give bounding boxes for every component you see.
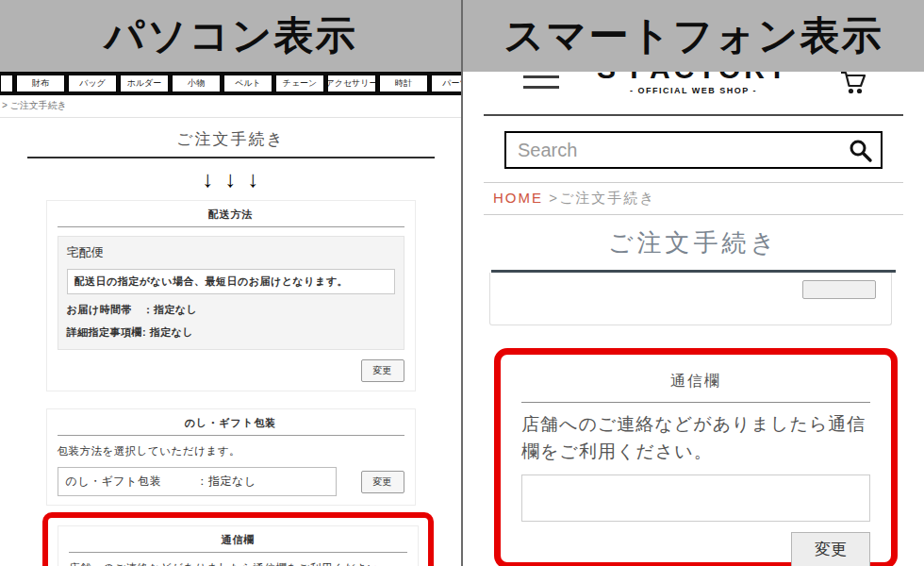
pc-gift-section: のし・ギフト包装 包装方法を選択していただけます。 のし・ギフト包装 ：指定なし…: [46, 408, 416, 506]
shop-logo[interactable]: S'FACTORY - OFFICIAL WEB SHOP -: [548, 72, 839, 95]
cart-icon[interactable]: [839, 70, 867, 100]
pc-delivery-section: 配送方法 宅配便 配送日の指定がない場合、最短日のお届けとなります。 お届け時間…: [46, 200, 416, 391]
nav-tab-belt[interactable]: ベルト: [223, 75, 272, 92]
search-input[interactable]: [504, 131, 883, 169]
pc-page-title: ご注文手続き: [0, 128, 461, 150]
pc-delivery-title: 配送方法: [58, 208, 404, 227]
sp-page-title: ご注文手続き: [463, 226, 924, 259]
pc-gift-change-button[interactable]: 変更: [361, 471, 404, 493]
pc-breadcrumb: > ご注文手続き: [0, 95, 461, 118]
pc-delivery-summary: 宅配便 配送日の指定がない場合、最短日のお届けとなります。 お届け時間帯 ：指定…: [58, 236, 404, 350]
pc-message-description: 店舗へのご連絡などがありましたら通信欄をご利用ください。: [69, 561, 407, 566]
pc-delivery-detail: 詳細指定事項欄: 指定なし: [67, 325, 395, 340]
breadcrumb-separator: >: [549, 190, 559, 206]
nav-tab-watch[interactable]: 時計: [379, 75, 428, 92]
pc-gift-value: のし・ギフト包装 ：指定なし: [58, 467, 337, 496]
sp-banner-label: スマートフォン表示: [504, 9, 883, 62]
nav-tab-clipped[interactable]: [0, 75, 13, 92]
pc-category-nav: 財布 バッグ ホルダー 小物 ベルト チェーン アクセサリー 時計 パーツ: [0, 72, 461, 95]
pc-delivery-change-button[interactable]: 変更: [361, 359, 404, 382]
pc-highlight-red-box: 通信欄 店舗へのご連絡などがありましたら通信欄をご利用ください。 変更: [42, 512, 434, 566]
nav-tab-wallet[interactable]: 財布: [16, 75, 65, 92]
pc-delivery-note: 配送日の指定がない場合、最短日のお届けとなります。: [67, 269, 395, 294]
pc-banner-label: パソコン表示: [105, 9, 357, 62]
pc-title-underline: [27, 157, 435, 158]
sp-partial-change-button[interactable]: [802, 280, 876, 299]
nav-tab-accessory-small[interactable]: 小物: [172, 75, 221, 92]
breadcrumb-home-link[interactable]: HOME: [493, 190, 543, 206]
smartphone-panel: スマートフォン表示 S'FACTORY - OFFICIAL WEB SHOP …: [463, 0, 924, 566]
pc-delivery-timeslot: お届け時間帯 ：指定なし: [67, 303, 395, 317]
pc-message-title: 通信欄: [69, 533, 407, 553]
sp-breadcrumb: HOME >ご注文手続き: [463, 183, 924, 214]
sp-header: S'FACTORY - OFFICIAL WEB SHOP -: [463, 72, 924, 111]
sp-header-rule: [484, 114, 903, 116]
sp-banner: スマートフォン表示: [463, 0, 924, 72]
sp-highlight-red-box: 通信欄 店舗へのご連絡などがありましたら通信欄をご利用ください。 変更: [494, 348, 898, 566]
nav-tab-accessory[interactable]: アクセサリー: [327, 75, 376, 92]
shop-logo-text: S'FACTORY: [548, 72, 839, 83]
sp-message-change-button[interactable]: 変更: [791, 532, 870, 566]
nav-tab-parts[interactable]: パーツ: [431, 75, 461, 92]
sp-message-description: 店舗へのご連絡などがありましたら通信欄をご利用ください。: [521, 411, 870, 465]
pc-gift-description: 包装方法を選択していただけます。: [58, 444, 404, 458]
down-arrows: ↓↓↓: [0, 166, 461, 192]
pc-banner: パソコン表示: [0, 0, 461, 72]
sp-message-title: 通信欄: [516, 372, 876, 391]
nav-tab-holder[interactable]: ホルダー: [120, 75, 169, 92]
comparison-layout: パソコン表示 財布 バッグ ホルダー 小物 ベルト チェーン アクセサリー 時計…: [0, 0, 924, 566]
nav-tab-bag[interactable]: バッグ: [68, 75, 117, 92]
shop-logo-subtitle: - OFFICIAL WEB SHOP -: [548, 86, 839, 95]
pc-panel: パソコン表示 財布 バッグ ホルダー 小物 ベルト チェーン アクセサリー 時計…: [0, 0, 461, 566]
pc-message-section: 通信欄 店舗へのご連絡などがありましたら通信欄をご利用ください。 変更: [58, 525, 419, 566]
sp-search-bar: [504, 131, 883, 169]
search-icon[interactable]: [848, 138, 873, 167]
sp-message-title-rule: [521, 402, 870, 403]
nav-tab-chain[interactable]: チェーン: [275, 75, 324, 92]
sp-message-input[interactable]: [521, 474, 870, 522]
pc-gift-title: のし・ギフト包装: [58, 416, 404, 436]
sp-previous-section-partial: [489, 273, 892, 325]
pc-delivery-method: 宅配便: [67, 244, 395, 261]
breadcrumb-current: ご注文手続き: [559, 190, 656, 206]
sp-divider-line-bottom: [484, 214, 903, 215]
